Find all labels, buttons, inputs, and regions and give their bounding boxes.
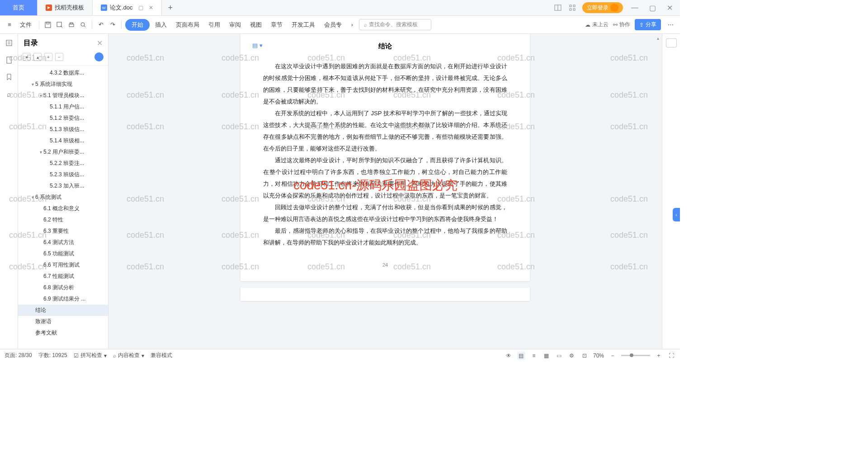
outline-item[interactable]: 结论 bbox=[18, 305, 108, 316]
outline-item[interactable]: 致谢语 bbox=[18, 316, 108, 327]
coop-button[interactable]: ⚯ 协作 bbox=[613, 21, 630, 28]
outline-item[interactable]: 5.2.2 班委注... bbox=[18, 158, 108, 169]
print-icon[interactable] bbox=[66, 20, 76, 30]
menu-layout[interactable]: 页面布局 bbox=[172, 19, 203, 31]
tab-add[interactable]: + bbox=[162, 0, 179, 15]
collapse-all-icon[interactable]: ▾ bbox=[23, 53, 31, 61]
menu-start[interactable]: 开始 bbox=[125, 19, 150, 31]
eye-icon[interactable]: 👁 bbox=[505, 352, 513, 360]
toolbox-icon[interactable] bbox=[666, 38, 677, 47]
svg-rect-11 bbox=[70, 23, 73, 24]
view-web-icon[interactable]: ▦ bbox=[542, 352, 551, 360]
menu-member[interactable]: 会员专 bbox=[321, 19, 345, 31]
compat-mode[interactable]: 兼容模式 bbox=[151, 352, 172, 359]
outline-item[interactable]: ▾6 系统测试 bbox=[18, 192, 108, 203]
outline-item[interactable]: 5.2.3 加入班... bbox=[18, 180, 108, 192]
word-count[interactable]: 字数: 10925 bbox=[38, 352, 67, 359]
outline-item[interactable]: 参考文献 bbox=[18, 327, 108, 339]
command-search[interactable]: ⌕ 查找命令、搜索模板 bbox=[359, 19, 431, 30]
file-menu[interactable]: 文件 bbox=[16, 19, 35, 31]
apps-icon[interactable] bbox=[568, 3, 577, 12]
bookmark-rail-icon[interactable] bbox=[5, 73, 14, 82]
menu-section[interactable]: 章节 bbox=[267, 19, 286, 31]
document-area[interactable]: ▤ ▾ 结论 在这次毕业设计中遇到的最困难的方面就是在数据库方面的知识，在刚开始… bbox=[108, 34, 662, 349]
spell-check[interactable]: ☑ 拼写检查 ▾ bbox=[74, 352, 107, 359]
tab-document[interactable]: W 论文.doc ▢ ✕ bbox=[93, 0, 162, 15]
zoom-level[interactable]: 70% bbox=[593, 353, 604, 359]
spell-check-label: 拼写检查 bbox=[80, 352, 102, 359]
view-page-icon[interactable]: ▤ bbox=[517, 352, 525, 360]
outline-close-icon[interactable]: ✕ bbox=[97, 39, 103, 47]
level-down-icon[interactable]: − bbox=[55, 53, 63, 61]
menu-devtools[interactable]: 开发工具 bbox=[288, 19, 319, 31]
chevron-right-icon[interactable]: › bbox=[347, 20, 357, 30]
outline-item[interactable]: 5.1.1 用户信... bbox=[18, 101, 108, 113]
outline-rail-icon[interactable] bbox=[5, 38, 14, 47]
outline-item[interactable]: 6.2 特性 bbox=[18, 214, 108, 226]
content-check[interactable]: ⌕ 内容检查 ▾ bbox=[113, 352, 144, 359]
status-bar: 页面: 28/30 字数: 10925 ☑ 拼写检查 ▾ ⌕ 内容检查 ▾ 兼容… bbox=[0, 349, 680, 362]
cloud-status[interactable]: ☁ 未上云 bbox=[585, 21, 609, 28]
doc-heading: 结论 bbox=[263, 42, 507, 51]
tab-home[interactable]: 首页 bbox=[0, 0, 38, 15]
menu-insert[interactable]: 插入 bbox=[151, 19, 170, 31]
layout-icon[interactable] bbox=[553, 3, 562, 12]
zoom-fit-icon[interactable]: ⊡ bbox=[580, 352, 589, 360]
svg-rect-8 bbox=[47, 22, 49, 24]
save-as-icon[interactable] bbox=[55, 20, 65, 30]
outline-item[interactable]: 4.3.2 数据库... bbox=[18, 67, 108, 79]
minimize-button[interactable]: — bbox=[628, 4, 641, 12]
outline-item[interactable]: 5.1.2 班委信... bbox=[18, 113, 108, 124]
zoom-slider[interactable] bbox=[621, 355, 650, 356]
zoom-in-icon[interactable]: + bbox=[655, 352, 663, 360]
outline-item[interactable]: 6.6 可用性测试 bbox=[18, 259, 108, 271]
tab-templates[interactable]: 找稻壳模板 bbox=[38, 0, 93, 15]
menu-view[interactable]: 视图 bbox=[246, 19, 265, 31]
view-outline-icon[interactable]: ≡ bbox=[530, 352, 538, 360]
outline-item[interactable]: ▾5 系统详细实现 bbox=[18, 79, 108, 90]
preview-icon[interactable] bbox=[78, 20, 88, 30]
search-rail-icon[interactable]: ⌕ bbox=[5, 90, 14, 99]
outline-item[interactable]: 6.9 测试结果分 ... bbox=[18, 293, 108, 305]
menu-icon[interactable]: ≡ bbox=[5, 20, 14, 30]
outline-item[interactable]: 5.1.4 班级相... bbox=[18, 135, 108, 146]
maximize-button[interactable]: ▢ bbox=[646, 4, 659, 12]
menu-review[interactable]: 审阅 bbox=[226, 19, 245, 31]
outline-item-label: 5.2.3 加入班... bbox=[50, 182, 84, 190]
page-indicator[interactable]: 页面: 28/30 bbox=[5, 352, 32, 359]
search-placeholder: 查找命令、搜索模板 bbox=[369, 21, 418, 28]
side-tab-icon[interactable]: ‹ bbox=[673, 208, 680, 221]
undo-icon[interactable]: ↶ bbox=[96, 20, 106, 30]
outline-item[interactable]: 6.8 测试分析 bbox=[18, 282, 108, 293]
zoom-out-icon[interactable]: − bbox=[609, 352, 617, 360]
outline-item[interactable]: 6.1 概念和意义 bbox=[18, 203, 108, 214]
view-read-icon[interactable]: ▭ bbox=[555, 352, 563, 360]
page-rail-icon[interactable] bbox=[5, 56, 14, 65]
outline-item-label: 6.5 功能测试 bbox=[43, 250, 74, 258]
outline-item[interactable]: ▾5.2 用户和班委... bbox=[18, 146, 108, 158]
outline-item[interactable]: 6.5 功能测试 bbox=[18, 248, 108, 259]
outline-item-label: 5.2 用户和班委... bbox=[43, 148, 84, 156]
screen-icon[interactable]: ▢ bbox=[138, 5, 143, 11]
settings-icon[interactable]: ⚙ bbox=[568, 352, 576, 360]
tab-close-icon[interactable]: ✕ bbox=[149, 5, 153, 11]
menu-reference[interactable]: 引用 bbox=[205, 19, 224, 31]
save-icon[interactable] bbox=[43, 20, 53, 30]
redo-icon[interactable]: ↷ bbox=[108, 20, 118, 30]
scroll-up-icon[interactable]: ▴ bbox=[655, 36, 661, 42]
outline-item[interactable]: ▾5.1 管理员模块... bbox=[18, 90, 108, 101]
close-button[interactable]: ✕ bbox=[664, 4, 675, 12]
page-corner-icon[interactable]: ▤ ▾ bbox=[252, 42, 263, 49]
share-button[interactable]: ⇪ 分享 bbox=[635, 19, 661, 30]
level-up-icon[interactable]: + bbox=[44, 53, 52, 61]
expand-all-icon[interactable]: ▴ bbox=[33, 53, 42, 61]
outline-item[interactable]: 5.1.3 班级信... bbox=[18, 124, 108, 135]
outline-item[interactable]: 5.2.3 班级信... bbox=[18, 169, 108, 180]
more-icon[interactable]: ⋯ bbox=[665, 20, 675, 30]
fullscreen-icon[interactable]: ⛶ bbox=[667, 352, 675, 360]
outline-item[interactable]: 6.7 性能测试 bbox=[18, 271, 108, 282]
login-button[interactable]: 立即登录 bbox=[582, 2, 623, 13]
outline-item[interactable]: 6.3 重要性 bbox=[18, 226, 108, 237]
outline-badge-icon[interactable] bbox=[94, 52, 104, 61]
outline-item[interactable]: 6.4 测试方法 bbox=[18, 237, 108, 248]
